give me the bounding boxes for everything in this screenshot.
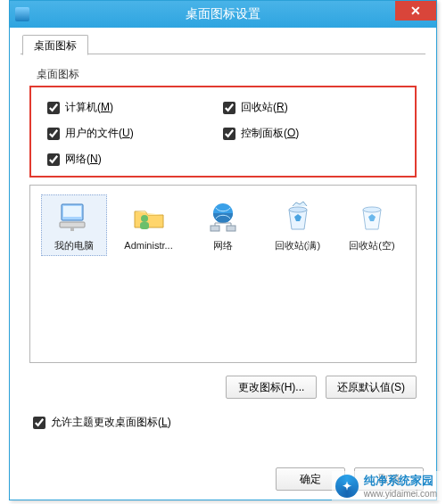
icon-item-network[interactable]: 网络 [190, 194, 256, 256]
svg-rect-8 [227, 226, 235, 231]
checkbox-computer-label: 计算机(M) [65, 100, 113, 115]
icon-label: Administr... [119, 240, 179, 252]
checkbox-network-label: 网络(N) [65, 152, 102, 167]
checkbox-network-input[interactable] [47, 153, 60, 166]
recycle-full-icon [280, 199, 316, 235]
tab-desktop-icons[interactable]: 桌面图标 [22, 35, 88, 55]
checkbox-userdocs-label: 用户的文件(U) [65, 126, 134, 141]
svg-point-4 [141, 215, 148, 222]
computer-icon [56, 199, 92, 235]
change-icon-button[interactable]: 更改图标(H)... [226, 376, 317, 399]
svg-rect-5 [140, 222, 149, 229]
icon-label: 网络 [193, 240, 253, 252]
svg-point-10 [363, 207, 381, 212]
icon-item-recycle-empty[interactable]: 回收站(空) [339, 194, 405, 256]
svg-rect-2 [60, 222, 85, 227]
checkbox-computer[interactable]: 计算机(M) [47, 100, 223, 115]
group-label: 桌面图标 [37, 67, 425, 82]
checkbox-allow-theme-input[interactable] [33, 417, 45, 429]
tab-label: 桌面图标 [34, 39, 77, 52]
user-folder-icon [131, 199, 167, 235]
restore-default-button[interactable]: 还原默认值(S) [326, 376, 417, 399]
svg-point-9 [289, 207, 307, 212]
recycle-empty-icon [354, 199, 390, 235]
checkbox-recycle-input[interactable] [223, 102, 235, 114]
icon-item-recycle-full[interactable]: 回收站(满) [265, 194, 331, 256]
checkbox-userdocs-input[interactable] [47, 128, 60, 140]
icon-label: 回收站(空) [342, 240, 402, 252]
checkbox-userdocs[interactable]: 用户的文件(U) [47, 126, 223, 141]
icon-list-panel: 我的电脑 Administr... 网络 [29, 185, 417, 363]
checkbox-control-label: 控制面板(O) [241, 126, 299, 141]
window-title: 桌面图标设置 [10, 6, 436, 22]
settings-window: 桌面图标设置 ✕ 桌面图标 桌面图标 计算机(M) 回收站(R) [9, 0, 437, 500]
dialog-body: 桌面图标 桌面图标 计算机(M) 回收站(R) 用户的文件(U) [10, 28, 436, 441]
icon-item-my-computer[interactable]: 我的电脑 [41, 194, 107, 256]
checkbox-allow-theme-label: 允许主题更改桌面图标(L) [51, 415, 171, 430]
svg-rect-3 [70, 227, 74, 231]
close-button[interactable]: ✕ [395, 1, 436, 21]
network-icon [205, 199, 241, 235]
watermark-title: 纯净系统家园 [364, 474, 434, 487]
checkbox-control-input[interactable] [223, 128, 235, 140]
watermark-url: www.yidaimei.com [364, 489, 437, 499]
watermark: ✦ 纯净系统家园 www.yidaimei.com [332, 471, 441, 500]
tab-strip: 桌面图标 [21, 33, 425, 54]
svg-rect-1 [63, 206, 81, 217]
close-icon: ✕ [410, 4, 421, 18]
icon-label: 我的电脑 [44, 240, 104, 252]
checkbox-recycle[interactable]: 回收站(R) [223, 100, 399, 115]
checkbox-network[interactable]: 网络(N) [47, 152, 223, 167]
watermark-icon: ✦ [335, 475, 359, 498]
checkbox-computer-input[interactable] [47, 102, 60, 114]
checkbox-group-highlight: 计算机(M) 回收站(R) 用户的文件(U) 控制面板(O) 网络(N) [29, 86, 417, 178]
app-icon [15, 7, 29, 21]
icon-label: 回收站(满) [268, 240, 328, 252]
checkbox-recycle-label: 回收站(R) [241, 100, 288, 115]
icon-item-administrator[interactable]: Administr... [116, 194, 182, 256]
checkbox-allow-theme[interactable]: 允许主题更改桌面图标(L) [33, 415, 425, 430]
titlebar: 桌面图标设置 ✕ [10, 1, 436, 28]
checkbox-control[interactable]: 控制面板(O) [223, 126, 399, 141]
svg-rect-7 [211, 226, 219, 231]
